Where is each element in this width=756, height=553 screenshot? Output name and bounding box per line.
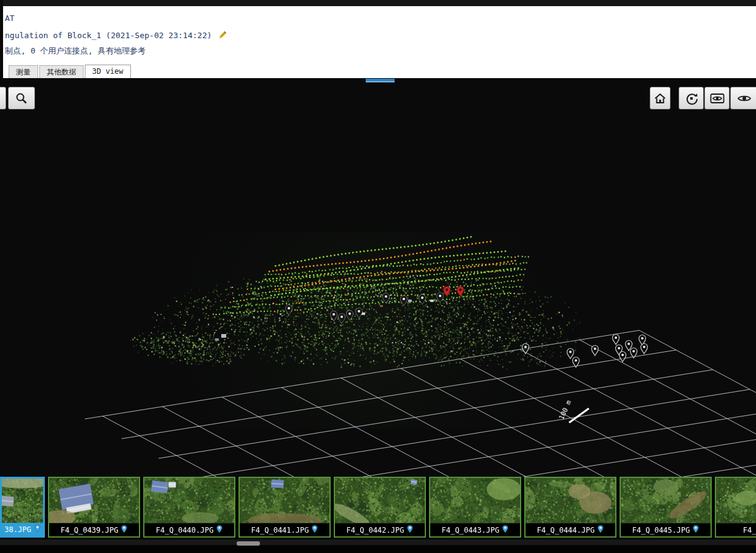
geo-pin-icon <box>34 524 41 535</box>
view-all-button[interactable] <box>704 87 730 109</box>
eye-icon <box>737 92 752 105</box>
photo-thumbnail[interactable]: F4_Q_0443.JPG <box>429 477 521 538</box>
photo-filename: F4_Q_0442.JPG <box>347 526 404 535</box>
photo-filename: F4_Q_0439.JPG <box>61 526 119 535</box>
project-title-partial: AT <box>5 14 15 23</box>
geo-pin-icon <box>216 525 222 535</box>
bottom-bar <box>0 538 756 553</box>
tab-measure[interactable]: 测量 <box>9 65 38 78</box>
photo-filename: F4_Q_0445.JPG <box>632 526 690 535</box>
photo-filename: F4_Q_0444.JPG <box>537 526 595 535</box>
block-title: ngulation of Block_1 (2021-Sep-02 23:14:… <box>5 31 212 40</box>
photo-thumbnail[interactable]: F4_Q_0439.JPG <box>48 477 140 538</box>
toolbar-button-partial[interactable] <box>0 87 6 109</box>
window-chrome-left <box>0 0 3 78</box>
geo-pin-icon <box>693 525 699 535</box>
filmstrip-scrollbar[interactable] <box>0 539 756 545</box>
tab-bar: 测量 其他数据 3D view <box>9 65 132 78</box>
photo-thumbnail[interactable]: F4_Q_0442.JPG <box>334 477 426 538</box>
home-view-button[interactable] <box>650 87 671 109</box>
photo-filename: F4_Q_0443.JPG <box>442 526 500 535</box>
photo-filename: 38.JPG <box>4 525 31 534</box>
photo-thumbnail[interactable]: F4_Q_0445.JPG <box>620 477 712 538</box>
scrollbar-thumb[interactable] <box>237 541 260 546</box>
viewport-3d[interactable] <box>0 78 756 477</box>
geo-pin-icon <box>121 525 127 535</box>
tab-other-data[interactable]: 其他数据 <box>39 65 84 78</box>
geo-pin-icon <box>312 525 318 535</box>
geo-pin-icon <box>597 525 604 535</box>
block-title-line: ngulation of Block_1 (2021-Sep-02 23:14:… <box>5 30 227 41</box>
photo-filename: F4_Q_0 <box>743 526 756 535</box>
visibility-button[interactable] <box>730 87 756 109</box>
point-cloud-scene[interactable] <box>0 78 756 477</box>
orbit-view-button[interactable] <box>679 87 704 109</box>
photo-thumbnail[interactable]: F4_Q_0441.JPG <box>238 477 331 538</box>
header: AT ngulation of Block_1 (2021-Sep-02 23:… <box>0 6 756 78</box>
tab-3d-view[interactable]: 3D view <box>85 65 131 78</box>
photo-filename: F4_Q_0440.JPG <box>156 526 214 535</box>
eye-box-icon <box>710 92 725 105</box>
photo-thumbnail[interactable]: F4_Q_0444.JPG <box>524 477 616 538</box>
photo-thumbnail[interactable]: F4_Q_0 <box>715 477 756 538</box>
window-chrome-top <box>0 0 756 6</box>
pencil-icon[interactable] <box>218 30 227 41</box>
photo-filmstrip: 38.JPG F4_Q_0439.JPG F4_Q_0440.JPG F4_Q_… <box>0 477 756 538</box>
geo-pin-icon <box>502 525 508 535</box>
block-info: 制点, 0 个用户连接点, 具有地理参考 <box>5 46 146 57</box>
photo-filename: F4_Q_0441.JPG <box>251 526 309 535</box>
orbit-icon <box>685 92 698 105</box>
loading-progress-bar <box>366 79 395 82</box>
search-icon <box>15 92 28 105</box>
photo-thumbnail[interactable]: F4_Q_0440.JPG <box>143 477 235 538</box>
geo-pin-icon <box>407 525 413 535</box>
home-icon <box>654 92 666 105</box>
app-window: AT ngulation of Block_1 (2021-Sep-02 23:… <box>0 0 756 553</box>
search-button[interactable] <box>8 87 35 109</box>
photo-thumbnail[interactable]: 38.JPG <box>0 477 45 538</box>
